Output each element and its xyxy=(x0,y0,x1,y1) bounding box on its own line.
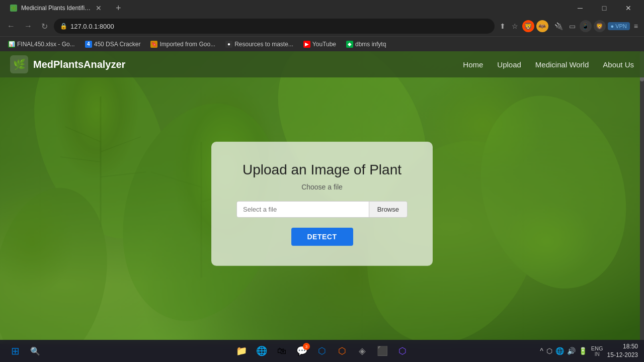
scrollbar[interactable] xyxy=(640,51,644,344)
taskbar-vscode-purple[interactable]: ⬡ xyxy=(393,342,412,360)
time-block[interactable]: 18:50 15-12-2023 xyxy=(607,342,638,359)
bookmark-item-6[interactable]: ◆ dbms infytq xyxy=(342,40,390,49)
bookmark-label-1: FINAL450.xlsx - Go... xyxy=(17,41,75,48)
lock-icon: 🔒 xyxy=(60,23,67,30)
taskbar: ⊞ 🔍 📁 🌐 🛍 💬 3 ⬡ ⬡ ◈ ⬛ ⬡ ^ ⬡ 🌐 🔊 🔋 ENG IN xyxy=(0,340,644,362)
bookmark-favicon-6: ◆ xyxy=(346,41,353,48)
bookmark-label-5: YouTube xyxy=(312,41,336,48)
tray-network[interactable]: 🌐 xyxy=(555,347,564,355)
taskbar-file-explorer[interactable]: 📁 xyxy=(232,342,251,360)
browse-button[interactable]: Browse xyxy=(369,202,407,217)
taskbar-right: ^ ⬡ 🌐 🔊 🔋 ENG IN 18:50 15-12-2023 xyxy=(540,342,638,359)
taskbar-center: 📁 🌐 🛍 💬 3 ⬡ ⬡ ◈ ⬛ ⬡ xyxy=(232,342,412,360)
taskbar-left: ⊞ 🔍 xyxy=(6,342,44,360)
extensions-button[interactable]: 🔌 xyxy=(552,20,565,32)
minimize-button[interactable]: ─ xyxy=(569,0,592,16)
bookmark-item-4[interactable]: ● Resources to maste... xyxy=(221,40,297,49)
tab-close-button[interactable]: ✕ xyxy=(96,4,102,12)
taskbar-terminal[interactable]: ⬛ xyxy=(373,342,391,360)
bookmark-button[interactable]: ☆ xyxy=(510,20,520,32)
nav-link-home[interactable]: Home xyxy=(463,60,483,69)
site-nav-links: Home Upload Medicinal World About Us xyxy=(463,60,634,69)
taskbar-whatsapp[interactable]: 💬 3 xyxy=(293,342,311,360)
search-icon: 🔍 xyxy=(30,346,40,356)
taskbar-edge[interactable]: 🌐 xyxy=(253,342,271,360)
tab-favicon: 🌿 xyxy=(10,5,17,12)
bookmark-label-4: Resources to maste... xyxy=(234,41,293,48)
whatsapp-badge: 3 xyxy=(303,343,310,350)
bookmark-item-1[interactable]: 📊 FINAL450.xlsx - Go... xyxy=(4,40,79,49)
new-tab-button[interactable]: + xyxy=(112,3,125,14)
title-bar: 🌿 Medicinal Plants Identification ✕ + ─ … xyxy=(0,0,644,16)
bookmark-favicon-4: ● xyxy=(225,41,232,48)
tray-battery[interactable]: 🔋 xyxy=(579,347,587,355)
bookmark-label-2: 450 DSA Cracker xyxy=(94,41,141,48)
menu-button[interactable]: ≡ xyxy=(632,20,640,32)
vpn-badge[interactable]: ● VPN xyxy=(608,22,630,30)
browser-tab[interactable]: 🌿 Medicinal Plants Identification ✕ xyxy=(4,1,108,16)
bookmarks-bar: 📊 FINAL450.xlsx - Go... 4 450 DSA Cracke… xyxy=(0,36,644,51)
phone-icon[interactable]: 📱 xyxy=(580,20,592,32)
taskbar-vscode-blue[interactable]: ⬡ xyxy=(313,342,331,360)
clock-time: 18:50 xyxy=(607,342,638,351)
bookmark-label-6: dbms infytq xyxy=(355,41,386,48)
taskbar-app-dark[interactable]: ◈ xyxy=(353,342,371,360)
bookmark-favicon-3: 🔖 xyxy=(150,41,157,48)
bookmark-label-3: Imported from Goo... xyxy=(159,41,215,48)
share-button[interactable]: ⬆ xyxy=(498,20,508,32)
nav-link-upload[interactable]: Upload xyxy=(497,60,521,69)
bookmark-favicon-5: ▶ xyxy=(303,41,310,48)
address-bar[interactable]: 🔒 127.0.0.1:8000 xyxy=(54,19,495,34)
language-block: ENG IN xyxy=(591,345,603,357)
clock-date: 15-12-2023 xyxy=(607,351,638,359)
forward-button[interactable]: → xyxy=(21,20,35,33)
taskbar-app-orange[interactable]: ⬡ xyxy=(333,342,351,360)
close-button[interactable]: ✕ xyxy=(617,0,640,16)
tab-title: Medicinal Plants Identification xyxy=(21,5,92,12)
nav-link-medicinal-world[interactable]: Medicinal World xyxy=(535,60,589,69)
bookmark-item-2[interactable]: 4 450 DSA Cracker xyxy=(81,40,145,49)
bookmark-item-5[interactable]: ▶ YouTube xyxy=(299,40,340,49)
bookmark-favicon-1: 📊 xyxy=(8,41,15,48)
site-navbar: 🌿 MedPlantsAnalyzer Home Upload Medicina… xyxy=(0,51,644,77)
website-content: 🌿 MedPlantsAnalyzer Home Upload Medicina… xyxy=(0,51,644,344)
tray-expand[interactable]: ^ xyxy=(540,347,543,355)
start-icon: ⊞ xyxy=(11,345,20,357)
upload-card: Upload an Image of Plant Choose a file B… xyxy=(211,142,433,266)
address-text: 127.0.0.1:8000 xyxy=(70,23,114,30)
search-button[interactable]: 🔍 xyxy=(26,342,44,360)
logo-icon-symbol: 🌿 xyxy=(13,58,26,70)
leo-icon[interactable]: 🦁 xyxy=(594,20,606,32)
nav-bar: ← → ↻ 🔒 127.0.0.1:8000 ⬆ ☆ 🦁 🦇 🔌 ▭ 📱 🦁 ●… xyxy=(0,16,644,36)
maximize-button[interactable]: □ xyxy=(593,0,616,16)
nav-actions: ⬆ ☆ 🦁 🦇 🔌 ▭ 📱 🦁 ● VPN ≡ xyxy=(498,20,640,32)
logo-icon: 🌿 xyxy=(10,55,28,73)
nav-link-about-us[interactable]: About Us xyxy=(603,60,634,69)
tray-bluetooth[interactable]: ⬡ xyxy=(546,347,552,355)
brave-icon[interactable]: 🦁 xyxy=(522,20,534,32)
bookmark-item-3[interactable]: 🔖 Imported from Goo... xyxy=(146,40,219,49)
refresh-button[interactable]: ↻ xyxy=(38,20,51,33)
detect-button[interactable]: DETECT xyxy=(291,228,353,246)
upload-title: Upload an Image of Plant xyxy=(236,162,408,178)
language-region: IN xyxy=(591,351,603,357)
taskbar-store[interactable]: 🛍 xyxy=(273,342,291,360)
window-controls: ─ □ ✕ xyxy=(569,0,640,16)
back-button[interactable]: ← xyxy=(4,20,18,33)
brave-bat-icon[interactable]: 🦇 xyxy=(536,20,548,32)
bookmark-favicon-2: 4 xyxy=(85,41,92,48)
tray-volume[interactable]: 🔊 xyxy=(567,347,576,355)
start-button[interactable]: ⊞ xyxy=(6,342,24,360)
sidebar-button[interactable]: ▭ xyxy=(567,20,578,32)
upload-subtitle: Choose a file xyxy=(236,183,408,191)
language-code: ENG xyxy=(591,345,603,351)
system-tray: ^ ⬡ 🌐 🔊 🔋 xyxy=(540,347,587,355)
logo-text: MedPlantsAnalyzer xyxy=(33,59,125,70)
site-logo: 🌿 MedPlantsAnalyzer xyxy=(10,55,463,73)
file-input-row: Browse xyxy=(236,201,408,218)
file-select-field[interactable] xyxy=(237,202,369,217)
